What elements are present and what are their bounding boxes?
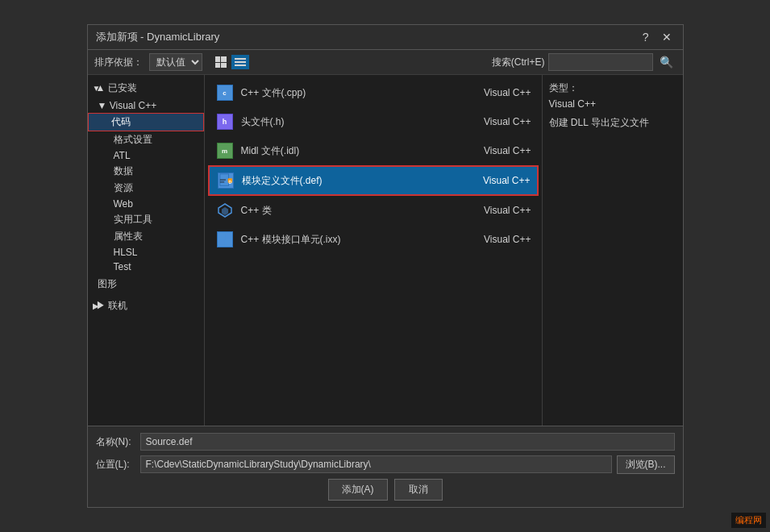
name-row: 名称(N): [96, 433, 675, 451]
class-file-type: Visual C++ [467, 205, 531, 216]
svg-rect-1 [219, 179, 225, 181]
action-buttons: 添加(A) 取消 [96, 479, 675, 501]
tree-item-property[interactable]: 属性表 [88, 228, 204, 245]
cancel-button[interactable]: 取消 [394, 479, 443, 501]
help-button[interactable]: ? [639, 31, 652, 44]
installed-header[interactable]: ▼ ▲ 已安装 [88, 80, 204, 97]
search-button[interactable]: 🔍 [656, 54, 676, 70]
cpp-file-type: Visual C++ [467, 87, 531, 98]
visual-cpp-label: Visual C++ [110, 100, 156, 111]
idl-file-icon: m [215, 141, 235, 160]
tree-item-hlsl-label: HLSL [114, 247, 138, 258]
sort-select[interactable]: 默认值 [149, 53, 202, 71]
tree-item-web[interactable]: Web [88, 197, 204, 211]
tree-item-graphics-label: 图形 [98, 278, 117, 289]
idl-icon-shape: m [217, 143, 233, 159]
installed-section: ▼ ▲ 已安装 ▼ Visual C++ 代码 格式设置 ATL [88, 78, 204, 294]
cpp-icon-shape: c [217, 85, 233, 101]
svg-rect-7 [219, 240, 223, 245]
module-icon-shape [217, 231, 233, 247]
desc-value: 创建 DLL 导出定义文件 [549, 116, 676, 130]
location-label: 位置(L): [96, 458, 140, 472]
grid-view-button[interactable] [212, 55, 230, 69]
add-new-item-dialog: 添加新项 - DynamicLibrary ? ✕ 排序依据： 默认值 搜索(C… [87, 24, 684, 508]
installed-label: ▲ 已安装 [95, 81, 136, 95]
search-input[interactable] [548, 53, 653, 71]
svg-rect-5 [219, 234, 223, 239]
tree-item-utility[interactable]: 实用工具 [88, 211, 204, 228]
location-input[interactable] [140, 455, 612, 473]
grid-icon [215, 56, 227, 68]
svg-rect-6 [225, 234, 230, 239]
file-item-module[interactable]: C++ 模块接口单元(.ixx) Visual C++ [208, 225, 539, 254]
def-icon-svg: D [219, 172, 233, 189]
name-input[interactable] [140, 433, 675, 451]
def-icon-shape: D [218, 172, 234, 189]
content-area: ▼ ▲ 已安装 ▼ Visual C++ 代码 格式设置 ATL [88, 75, 683, 426]
left-panel: ▼ ▲ 已安装 ▼ Visual C++ 代码 格式设置 ATL [88, 75, 205, 426]
tree-item-code[interactable]: 代码 [88, 113, 204, 131]
module-file-icon [215, 230, 235, 249]
close-button[interactable]: ✕ [659, 31, 675, 44]
watermark: 编程网 [731, 513, 766, 528]
list-view-button[interactable] [231, 55, 249, 69]
browse-button[interactable]: 浏览(B)... [617, 455, 675, 474]
file-item-h[interactable]: h 头文件(.h) Visual C++ [208, 107, 539, 136]
tree-item-data[interactable]: 数据 [88, 163, 204, 180]
idl-file-type: Visual C++ [467, 145, 531, 156]
cpp-file-icon: c [215, 83, 235, 102]
tree-item-format[interactable]: 格式设置 [88, 131, 204, 148]
h-file-icon: h [215, 112, 235, 131]
h-file-type: Visual C++ [467, 116, 531, 127]
file-item-idl[interactable]: m Midl 文件(.idl) Visual C++ [208, 136, 539, 165]
sort-label: 排序依据： [94, 56, 143, 69]
list-icon [235, 56, 246, 68]
tree-item-graphics[interactable]: 图形 [88, 276, 204, 293]
svg-text:D: D [228, 180, 231, 185]
file-item-class[interactable]: C++ 类 Visual C++ [208, 196, 539, 225]
right-panel: 类型： Visual C++ 创建 DLL 导出定义文件 [542, 75, 683, 426]
def-file-name: 模块定义文件(.def) [242, 174, 466, 188]
toolbar: 排序依据： 默认值 搜索(Ctrl+E) 🔍 [88, 50, 683, 75]
file-list: c C++ 文件(.cpp) Visual C++ h 头文件(.h) Visu… [208, 78, 539, 254]
type-value: Visual C++ [549, 98, 676, 110]
machine-label: ▶ 联机 [96, 299, 127, 313]
visual-cpp-arrow: ▼ [98, 100, 110, 111]
idl-file-name: Midl 文件(.idl) [241, 144, 467, 158]
tree-item-atl[interactable]: ATL [88, 148, 204, 163]
search-label: 搜索(Ctrl+E) [492, 56, 545, 69]
file-item-def[interactable]: D 模块定义文件(.def) Visual C++ [208, 165, 539, 196]
search-area: 搜索(Ctrl+E) 🔍 [492, 53, 676, 71]
tree-item-format-label: 格式设置 [114, 134, 152, 145]
machine-header[interactable]: ▶ ▶ 联机 [88, 297, 204, 314]
add-button[interactable]: 添加(A) [328, 479, 388, 501]
tree-item-resource[interactable]: 资源 [88, 180, 204, 197]
file-item-cpp[interactable]: c C++ 文件(.cpp) Visual C++ [208, 78, 539, 107]
location-row: 位置(L): 浏览(B)... [96, 455, 675, 474]
tree-item-test[interactable]: Test [88, 260, 204, 274]
title-buttons: ? ✕ [639, 31, 675, 44]
h-file-name: 头文件(.h) [241, 115, 467, 129]
class-file-name: C++ 类 [241, 204, 467, 218]
def-file-type: Visual C++ [466, 175, 531, 186]
visual-cpp-header[interactable]: ▼ Visual C++ [88, 98, 204, 113]
tree-item-data-label: 数据 [114, 165, 133, 177]
def-file-icon: D [216, 171, 235, 190]
dialog-title: 添加新项 - DynamicLibrary [96, 30, 220, 44]
tree-item-hlsl[interactable]: HLSL [88, 245, 204, 260]
class-file-icon [215, 201, 235, 220]
class-icon-svg [217, 202, 233, 218]
name-label: 名称(N): [96, 435, 140, 449]
tree-item-property-label: 属性表 [114, 231, 143, 242]
h-icon-shape: h [217, 114, 233, 130]
svg-rect-8 [225, 240, 230, 245]
svg-rect-2 [219, 181, 223, 183]
location-input-group: 浏览(B)... [140, 455, 675, 474]
module-icon-svg [218, 231, 232, 247]
bottom-bar: 名称(N): 位置(L): 浏览(B)... 添加(A) 取消 [88, 426, 683, 507]
tree-item-resource-label: 资源 [114, 182, 133, 193]
watermark-text: 编程网 [735, 515, 762, 525]
type-label: 类型： [549, 81, 676, 95]
tree-item-test-label: Test [114, 261, 131, 272]
tree-item-atl-label: ATL [114, 150, 131, 161]
